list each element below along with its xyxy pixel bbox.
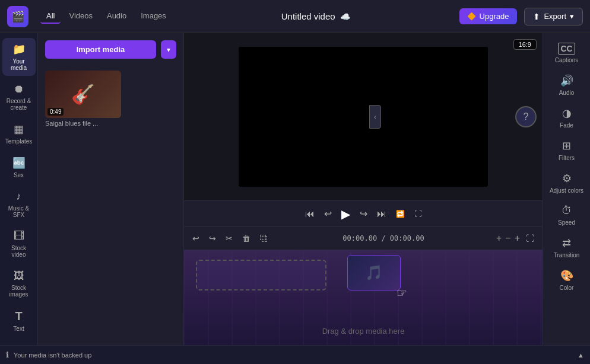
speed-icon: ⏱ <box>562 205 572 217</box>
right-tool-color[interactable]: 🎨 Color <box>546 264 588 296</box>
stock-video-icon: 🎞 <box>14 230 24 242</box>
help-button[interactable]: ? <box>515 106 537 127</box>
fade-icon: ◑ <box>562 107 572 120</box>
top-bar-right: Upgrade ⬆ Export ▾ <box>459 8 583 25</box>
cloud-icon: ☁️ <box>340 12 350 21</box>
adjust-colors-icon: ⚙ <box>562 172 572 185</box>
sidebar-item-sex[interactable]: 🔤 Sex <box>2 152 36 183</box>
drag-cursor: ☞ <box>396 286 407 300</box>
loop-button[interactable]: 🔁 <box>396 210 405 218</box>
right-tool-adjust-colors[interactable]: ⚙ Adjust colors <box>546 167 588 199</box>
right-tool-captions[interactable]: CC Captions <box>546 38 588 68</box>
add-track-button[interactable]: + <box>496 233 502 244</box>
sidebar-item-record-create[interactable]: ⏺ Record & create <box>2 78 36 116</box>
track-clip-thumbnail: 🎵 <box>348 256 400 290</box>
zoom-controls: + − + ⛶ <box>496 232 537 244</box>
right-tool-fade[interactable]: ◑ Fade <box>546 102 588 133</box>
media-thumb-saigal[interactable]: 0:49 Saigal blues file ... <box>45 71 121 127</box>
zoom-out-button[interactable]: − <box>505 233 510 244</box>
current-time: 00:00.00 <box>342 234 377 242</box>
import-dropdown-button[interactable]: ▾ <box>161 40 176 59</box>
fade-label: Fade <box>560 122 573 129</box>
app-logo: 🎬 <box>7 6 28 27</box>
export-label: Export <box>544 12 566 21</box>
nav-videos[interactable]: Videos <box>63 9 99 24</box>
color-icon: 🎨 <box>560 269 573 282</box>
preview-video <box>239 47 488 187</box>
duplicate-button[interactable]: ⿻ <box>258 232 271 244</box>
timeline-fullscreen-button[interactable]: ⛶ <box>524 232 537 244</box>
sidebar-item-music-sfx[interactable]: ♪ Music & SFX <box>2 186 36 223</box>
transition-icon: ⇄ <box>562 237 571 250</box>
sidebar-label-your-media: Your media <box>5 58 33 71</box>
audio-icon: 🔊 <box>560 74 573 87</box>
title-center: Untitled video ☁️ <box>172 11 459 21</box>
sidebar-item-graphics[interactable]: ✦ Graphics <box>2 339 36 345</box>
right-tool-filters[interactable]: ⊞ Filters <box>546 135 588 166</box>
sidebar-item-stock-images[interactable]: 🖼 Stock images <box>2 265 36 302</box>
sidebar-label-stock-video: Stock video <box>5 245 33 258</box>
track-clip-placeholder[interactable] <box>196 260 326 290</box>
media-thumb-img-saigal: 0:49 <box>45 71 121 118</box>
fullscreen-preview-button[interactable]: ⛶ <box>414 209 422 218</box>
sidebar-label-music-sfx: Music & SFX <box>5 205 33 218</box>
nav-audio[interactable]: Audio <box>101 9 132 24</box>
nav-images[interactable]: Images <box>135 9 172 24</box>
sex-icon: 🔤 <box>12 157 26 170</box>
upgrade-button[interactable]: Upgrade <box>459 8 518 24</box>
preview-area: 16:9 ? ‹ <box>184 33 543 200</box>
playback-controls: ⏮ ↩ ▶ ↪ ⏭ 🔁 ⛶ <box>184 200 543 226</box>
zoom-in-button[interactable]: + <box>515 233 520 244</box>
cut-button[interactable]: ✂ <box>223 232 235 244</box>
time-separator: / <box>381 234 389 242</box>
sidebar-label-stock-images: Stock images <box>5 285 33 298</box>
text-icon: T <box>15 309 22 323</box>
record-create-icon: ⏺ <box>14 83 24 95</box>
filters-icon: ⊞ <box>562 139 571 152</box>
music-sfx-icon: ♪ <box>16 190 21 203</box>
top-nav: All Videos Audio Images <box>40 9 172 24</box>
sidebar-item-templates[interactable]: ▦ Templates <box>2 118 36 149</box>
sidebar-item-text[interactable]: T Text <box>2 305 36 337</box>
undo-button[interactable]: ↩ <box>190 232 202 244</box>
status-info-icon: ℹ <box>6 350 9 359</box>
top-bar: 🎬 All Videos Audio Images Untitled video… <box>0 0 590 33</box>
sidebar-label-text: Text <box>13 325 24 332</box>
delete-button[interactable]: 🗑 <box>240 232 253 244</box>
color-label: Color <box>560 285 574 291</box>
redo-button[interactable]: ↪ <box>207 232 218 244</box>
nav-all[interactable]: All <box>40 9 61 24</box>
app-logo-icon: 🎬 <box>11 10 24 23</box>
right-tool-speed[interactable]: ⏱ Speed <box>546 200 588 231</box>
skip-back-button[interactable]: ⏮ <box>305 209 315 219</box>
import-media-button[interactable]: Import media <box>45 40 156 59</box>
status-text: Your media isn't backed up <box>14 352 91 359</box>
center-area: 16:9 ? ‹ ⏮ ↩ ▶ ↪ ⏭ 🔁 ⛶ ↩ ↪ ✂ 🗑 ⿻ 00:00.0… <box>184 33 543 345</box>
captions-icon: CC <box>558 43 575 55</box>
export-button[interactable]: ⬆ Export ▾ <box>524 8 583 25</box>
sidebar-label-templates: Templates <box>5 138 33 145</box>
status-chevron-icon[interactable]: ▲ <box>578 352 584 359</box>
right-tool-audio[interactable]: 🔊 Audio <box>546 69 588 101</box>
play-button[interactable]: ▶ <box>341 207 350 221</box>
skip-forward-button[interactable]: ⏭ <box>377 209 386 219</box>
stock-images-icon: 🖼 <box>14 270 24 282</box>
media-grid: 0:49 Saigal blues file ... <box>38 66 183 132</box>
speed-label: Speed <box>558 219 575 226</box>
your-media-icon: 📁 <box>12 43 26 56</box>
sidebar-item-stock-video[interactable]: 🎞 Stock video <box>2 225 36 263</box>
upgrade-label: Upgrade <box>480 12 509 21</box>
filters-label: Filters <box>559 155 575 161</box>
media-panel: Import media ▾ 0:49 Saigal blues file ..… <box>38 33 184 345</box>
video-title[interactable]: Untitled video <box>281 11 335 21</box>
aspect-ratio-badge[interactable]: 16:9 <box>513 39 537 50</box>
collapse-panel-button[interactable]: ‹ <box>369 105 381 129</box>
top-bar-left: 🎬 All Videos Audio Images <box>7 6 172 27</box>
right-tool-transition[interactable]: ⇄ Transition <box>546 232 588 263</box>
sidebar-label-record-create: Record & create <box>5 98 33 111</box>
forward-button[interactable]: ↪ <box>360 208 367 219</box>
rewind-button[interactable]: ↩ <box>324 208 332 219</box>
right-sidebar: CC Captions 🔊 Audio ◑ Fade ⊞ Filters ⚙ A… <box>543 33 590 345</box>
track-clip[interactable]: 🎵 <box>347 255 401 290</box>
sidebar-item-your-media[interactable]: 📁 Your media <box>2 38 36 76</box>
